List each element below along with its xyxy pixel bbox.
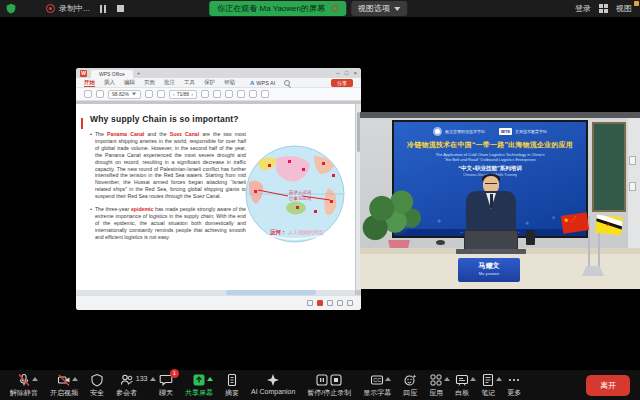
stop-recording-icon[interactable] <box>117 5 124 12</box>
security-button[interactable]: 安全 <box>90 372 104 398</box>
menu-tab-tools[interactable]: 工具 <box>184 79 195 86</box>
menu-tab-page[interactable]: 页面 <box>144 79 155 86</box>
pause-recording-icon[interactable] <box>100 5 107 13</box>
ai-sparkle-icon <box>266 373 280 387</box>
menu-tab-home[interactable]: 开始 <box>84 79 95 87</box>
view-options-button[interactable]: 视图选项 <box>351 1 407 16</box>
chat-unread-badge: 1 <box>170 369 179 378</box>
toolbar-icon[interactable] <box>145 90 153 98</box>
unmute-button[interactable]: 解除静音 <box>10 372 38 398</box>
sign-in-button[interactable]: 登录 <box>575 3 591 14</box>
pause-stop-recording-button[interactable]: 暂停/停止录制 <box>307 372 351 398</box>
view-grid-icon[interactable] <box>599 4 608 13</box>
share-screen-label: 共享屏幕 <box>185 388 213 398</box>
prev-page-icon[interactable]: ‹ <box>173 90 175 98</box>
next-page-icon[interactable]: › <box>191 90 193 98</box>
chat-button[interactable]: 1 聊天 <box>159 372 173 398</box>
pause-stop-recording-label: 暂停/停止录制 <box>307 388 351 398</box>
start-video-button[interactable]: 开启视频 <box>50 372 78 398</box>
show-captions-label: 显示字幕 <box>363 388 391 398</box>
notes-label: 笔记 <box>481 388 495 398</box>
horizontal-scrollbar[interactable] <box>76 290 355 295</box>
slide-logos: 南京交通职业技术学院 IBTE 文莱技术教育学院 <box>394 127 586 136</box>
laptop <box>456 230 526 256</box>
participant-count: 133 <box>136 375 148 382</box>
annotation-marker <box>81 118 83 129</box>
nameplate-name-en: Ma yaowen <box>458 271 520 276</box>
page-navigator[interactable]: ‹ 71/88 › <box>169 90 197 99</box>
status-icon[interactable] <box>327 300 333 306</box>
share-screen-button[interactable]: 共享屏幕 <box>185 372 213 398</box>
new-tab-button[interactable]: + <box>137 70 141 76</box>
chevron-up-icon[interactable] <box>150 377 156 381</box>
menu-tab-help[interactable]: 帮助 <box>224 79 235 86</box>
toolbar-icon[interactable] <box>237 90 245 98</box>
light-switch <box>629 156 636 165</box>
whiteboard-button[interactable]: 白板 <box>455 372 469 398</box>
mic-off-icon <box>17 373 31 387</box>
menu-tab-insert[interactable]: 插入 <box>104 79 115 86</box>
chevron-up-icon[interactable] <box>32 377 38 381</box>
security-shield-icon[interactable] <box>6 3 16 14</box>
zoom-level-select[interactable]: 98.82% <box>108 90 141 99</box>
menu-tab-edit[interactable]: 编辑 <box>124 79 135 86</box>
view-button[interactable]: 视图 <box>616 3 632 14</box>
status-icon[interactable] <box>317 300 323 306</box>
notes-button[interactable]: 笔记 <box>481 372 495 398</box>
chevron-up-icon[interactable] <box>72 377 78 381</box>
start-video-label: 开启视频 <box>50 388 78 398</box>
watching-screen-text: 你正在观看 Ma Yaowen的屏幕 <box>217 3 325 14</box>
wps-ai-button[interactable]: A WPS AI <box>250 80 275 86</box>
bullet-icon: • <box>90 131 92 200</box>
toolbar-icon[interactable] <box>201 90 209 98</box>
search-icon[interactable] <box>284 80 290 86</box>
chevron-up-icon[interactable] <box>470 377 476 381</box>
toolbar-icon[interactable] <box>157 90 165 98</box>
whiteboard-label: 白板 <box>455 388 469 398</box>
more-button[interactable]: 更多 <box>507 372 521 398</box>
chevron-up-icon[interactable] <box>496 377 502 381</box>
view-options-label: 视图选项 <box>358 3 390 14</box>
leave-meeting-button[interactable]: 离开 <box>586 375 630 396</box>
wps-logo: W <box>80 70 87 77</box>
participants-button[interactable]: 133 参会者 <box>116 372 137 398</box>
status-icon[interactable] <box>337 300 343 306</box>
toolbar-icon[interactable] <box>225 90 233 98</box>
apps-button[interactable]: 应用 <box>429 372 443 398</box>
reactions-button[interactable]: 回应 <box>403 372 417 398</box>
maximize-button[interactable]: □ <box>345 68 349 78</box>
chevron-up-icon[interactable] <box>207 377 213 381</box>
chevron-up-icon[interactable] <box>444 377 450 381</box>
toolbar-icon[interactable] <box>261 90 269 98</box>
whiteboard-icon <box>455 373 469 387</box>
paragraph-2: • The three-year epidemic has made peopl… <box>90 206 246 241</box>
ai-companion-button[interactable]: AI Companion <box>251 372 295 395</box>
captions-icon: CC <box>370 373 384 387</box>
map-label-suez: 苏伊士运河 <box>289 190 312 195</box>
njit-logo <box>433 127 442 136</box>
summary-button[interactable]: 摘要 <box>225 372 239 398</box>
nameplate-name-cn: 马耀文 <box>458 261 520 271</box>
document-view-area: Why supply Chain is so important? • The … <box>76 101 361 295</box>
presenter-video-feed[interactable]: 南京交通职业技术学院 IBTE 文莱技术教育学院 冷链物流技术在中国“一带一路”… <box>360 112 640 289</box>
wps-share-button[interactable]: 分享 <box>331 79 353 87</box>
toolbar-icon[interactable] <box>249 90 257 98</box>
minimize-button[interactable]: − <box>336 68 340 78</box>
apps-icon <box>429 373 443 387</box>
close-button[interactable]: × <box>353 68 357 78</box>
status-icon[interactable] <box>307 300 313 306</box>
wps-document-tab[interactable]: WPS Office <box>91 70 133 78</box>
menu-tab-protect[interactable]: 保护 <box>204 79 215 86</box>
wps-toolbar: 98.82% ‹ 71/88 › <box>76 88 361 101</box>
chevron-down-icon <box>394 7 400 11</box>
status-icon[interactable] <box>347 300 353 306</box>
chevron-up-icon[interactable] <box>385 377 391 381</box>
wps-tab-bar: W WPS Office + − □ × <box>76 68 361 78</box>
top-right-group: 登录 视图 <box>575 3 632 14</box>
flag-stand <box>582 266 604 276</box>
toolbar-icon[interactable] <box>96 90 104 98</box>
show-captions-button[interactable]: CC 显示字幕 <box>363 372 391 398</box>
menu-tab-comment[interactable]: 批注 <box>164 79 175 86</box>
toolbar-icon[interactable] <box>213 90 221 98</box>
toolbar-icon[interactable] <box>84 90 92 98</box>
